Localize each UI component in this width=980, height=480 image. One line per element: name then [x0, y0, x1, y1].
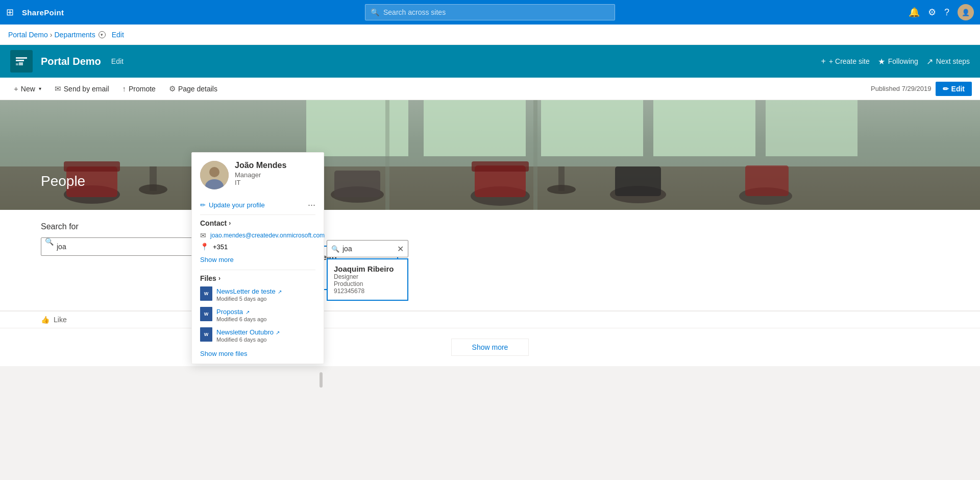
update-profile-icon: ✏	[200, 201, 206, 209]
more-options-button[interactable]: ···	[308, 200, 315, 210]
new-chevron-icon: ▾	[39, 86, 41, 91]
file-info-1: Proposta ↗ Modified 6 days ago	[216, 307, 266, 322]
files-header[interactable]: Files ›	[200, 274, 315, 282]
user-avatar[interactable]: 👤	[958, 4, 974, 20]
toolbar: + New ▾ ✉ Send by email ↑ Promote ⚙ Page…	[0, 78, 980, 100]
sharepoint-logo: SharePoint	[22, 8, 64, 17]
search-clear-button[interactable]: ✕	[397, 244, 404, 254]
svg-rect-1	[16, 60, 24, 61]
send-by-email-button[interactable]: ✉ Send by email	[49, 82, 115, 96]
show-more-section: Show more	[0, 328, 980, 366]
external-link-icon-0: ↗	[278, 289, 282, 295]
waffle-icon[interactable]: ⊞	[6, 7, 14, 18]
search-result-name: Joaquim Ribeiro	[334, 265, 401, 273]
new-icon: +	[14, 84, 18, 93]
hero-background: People	[0, 100, 980, 210]
email-icon: ✉	[200, 231, 206, 239]
file-name-row-0: NewsLetter de teste ↗	[216, 286, 282, 296]
settings-icon[interactable]: ⚙	[928, 7, 936, 18]
like-label[interactable]: Like	[54, 316, 67, 324]
show-more-button[interactable]: Show more	[451, 339, 529, 356]
file-item-2: W Newsletter Outubro ↗ Modified 6 days a…	[200, 327, 315, 343]
svg-rect-24	[558, 166, 565, 191]
new-button[interactable]: + New ▾	[8, 82, 47, 95]
top-nav-right: 🔔 ⚙ ? 👤	[909, 4, 974, 20]
search-dropdown-input[interactable]	[342, 245, 394, 253]
people-search-field[interactable]	[41, 237, 214, 256]
published-text: Published 7/29/2019	[871, 85, 932, 92]
breadcrumb-separator: ›	[50, 31, 53, 39]
new-label: New	[21, 85, 35, 93]
search-result-item[interactable]: Joaquim Ribeiro Designer Production 9123…	[327, 258, 408, 301]
word-doc-icon-1: W	[200, 307, 212, 321]
top-navigation: ⊞ SharePoint 🔍 🔔 ⚙ ? 👤	[0, 0, 980, 25]
site-edit-button[interactable]: Edit	[111, 57, 124, 65]
breadcrumb-edit-btn[interactable]: Edit	[112, 31, 124, 39]
svg-rect-29	[385, 100, 389, 210]
files-section: Files › W NewsLetter de teste ↗ Modified…	[192, 270, 324, 364]
profile-dept: IT	[235, 179, 286, 186]
promote-label: Promote	[129, 85, 156, 93]
people-search-icon: 🔍	[45, 237, 54, 246]
word-doc-icon-2: W	[200, 327, 212, 342]
svg-rect-2	[19, 62, 23, 65]
file-info-0: NewsLetter de teste ↗ Modified 5 days ag…	[216, 286, 282, 302]
following-label: Following	[888, 57, 918, 65]
svg-rect-28	[745, 165, 789, 196]
file-name-0[interactable]: NewsLetter de teste	[216, 287, 276, 295]
search-dropdown-icon: 🔍	[331, 245, 339, 253]
edit-page-button[interactable]: ✏ Edit	[936, 82, 972, 96]
search-icon: 🔍	[371, 8, 379, 16]
search-result-role: Designer	[334, 273, 401, 280]
email-link[interactable]: joao.mendes@createdev.onmicrosoft.com	[210, 232, 325, 239]
promote-icon: ↑	[122, 84, 127, 93]
svg-rect-13	[64, 161, 120, 172]
search-label: Search for	[41, 222, 939, 231]
promote-button[interactable]: ↑ Promote	[117, 82, 161, 95]
site-title: Portal Demo	[41, 56, 101, 67]
like-bar: 👍 Like	[0, 311, 980, 328]
breadcrumb-departments[interactable]: Departments	[54, 31, 95, 39]
profile-popup-info: João Mendes Manager IT	[235, 161, 286, 186]
page-details-button[interactable]: ⚙ Page details	[163, 82, 223, 96]
svg-rect-3	[16, 63, 18, 65]
profile-popup-header: João Mendes Manager IT	[192, 153, 324, 198]
search-result-phone: 912345678	[334, 287, 401, 295]
svg-rect-6	[306, 100, 408, 156]
svg-rect-0	[16, 57, 27, 59]
svg-rect-7	[424, 100, 526, 156]
profile-popup: João Mendes Manager IT ✏ Update your pro…	[191, 152, 324, 364]
contact-header[interactable]: Contact ›	[200, 219, 315, 227]
create-site-icon: +	[821, 57, 826, 66]
notifications-icon[interactable]: 🔔	[909, 7, 920, 18]
svg-rect-30	[533, 100, 537, 210]
phone-number: +351	[213, 243, 228, 251]
create-site-button[interactable]: + + Create site	[821, 57, 870, 66]
svg-rect-8	[541, 100, 643, 156]
update-profile-button[interactable]: ✏ Update your profile	[200, 201, 265, 209]
show-more-files-button[interactable]: Show more files	[200, 348, 247, 359]
svg-rect-22	[472, 161, 529, 172]
star-icon: ★	[878, 57, 885, 66]
file-name-2[interactable]: Newsletter Outubro	[216, 328, 274, 336]
file-name-1[interactable]: Proposta	[216, 308, 243, 316]
external-link-icon-1: ↗	[246, 309, 250, 315]
contact-section: Contact › ✉ joao.mendes@createdev.onmicr…	[192, 215, 324, 270]
phone-icon: 📍	[200, 243, 209, 251]
file-modified-1: Modified 6 days ago	[216, 316, 266, 322]
breadcrumb-portal-demo[interactable]: Portal Demo	[8, 31, 48, 39]
following-button[interactable]: ★ Following	[878, 57, 918, 66]
file-name-row-1: Proposta ↗	[216, 307, 266, 316]
page-details-label: Page details	[178, 85, 217, 93]
files-label: Files	[200, 274, 216, 282]
profile-popup-avatar	[200, 161, 229, 189]
search-results-dropdown: 🔍 ✕ Joaquim Ribeiro Designer Production …	[327, 240, 408, 301]
next-steps-button[interactable]: ↗ Next steps	[926, 57, 970, 66]
show-more-contact-button[interactable]: Show more	[200, 254, 234, 266]
arrow-icon: ↗	[926, 57, 933, 66]
search-bar: 🔍	[365, 4, 615, 20]
search-result-dept: Production	[334, 280, 401, 287]
breadcrumb-expand-icon[interactable]: ▾	[99, 31, 106, 38]
help-icon[interactable]: ?	[944, 7, 949, 18]
search-input[interactable]	[383, 8, 609, 16]
